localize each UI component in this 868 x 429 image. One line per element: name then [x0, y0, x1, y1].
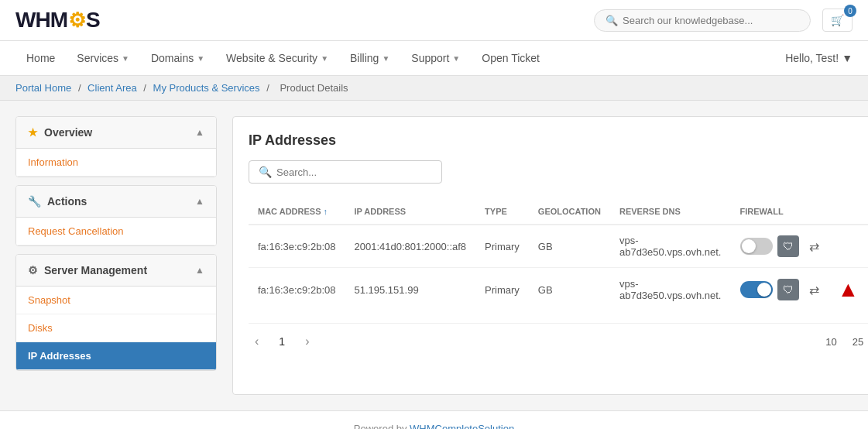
- website-security-caret: ▼: [321, 54, 328, 63]
- sidebar-server-mgmt-title: Server Management: [44, 264, 147, 276]
- top-right-area: 🔍 🛒 0: [594, 9, 853, 32]
- table-row: fa:16:3e:c9:2b:08 2001:41d0:801:2000::af…: [249, 225, 868, 268]
- table-header-row: MAC ADDRESS ↑ IP ADDRESS TYPE GEOLOCATIO…: [249, 199, 868, 225]
- shield-button-1[interactable]: 🛡: [777, 235, 799, 257]
- cell-type-2: Primary: [475, 268, 529, 312]
- cell-mac-2: fa:16:3e:c9:2b:08: [249, 268, 345, 312]
- cart-button[interactable]: 🛒 0: [822, 9, 853, 32]
- cell-ip-2: 51.195.151.99: [345, 268, 475, 312]
- sidebar-section-actions: 🔧 Actions ▲ Request Cancellation: [15, 185, 217, 246]
- domains-caret: ▼: [197, 54, 204, 63]
- per-page-10[interactable]: 10: [821, 334, 841, 350]
- main-content: ★ Overview ▲ Information 🔧 Actions ▲ Req…: [0, 101, 868, 410]
- cell-mac-1: fa:16:3e:c9:2b:08: [249, 225, 345, 268]
- cell-firewall-1: 🛡 ⇄: [731, 225, 869, 268]
- reverse-dns-button-2[interactable]: ⇄: [804, 279, 825, 300]
- sidebar-item-snapshot[interactable]: Snapshot: [16, 287, 216, 314]
- nav-domains[interactable]: Domains ▼: [140, 41, 215, 75]
- breadcrumb-client-area[interactable]: Client Area: [87, 82, 137, 94]
- cell-firewall-2: 🛡 ⇄ ▲: [731, 268, 869, 312]
- cell-ip-1: 2001:41d0:801:2000::af8: [345, 225, 475, 268]
- user-caret: ▼: [842, 52, 853, 64]
- sidebar-section-overview: ★ Overview ▲ Information: [15, 116, 217, 177]
- sidebar-actions-header[interactable]: 🔧 Actions ▲: [16, 186, 216, 218]
- logo-text: WHM⚙S: [15, 8, 100, 33]
- sidebar-actions-title: Actions: [47, 195, 87, 208]
- search-filter-area: 🔍: [249, 160, 868, 184]
- sidebar-item-ip-addresses[interactable]: IP Addresses: [16, 342, 216, 370]
- main-panel: IP Addresses 🔍 MAC ADDRESS ↑ IP ADDRESS …: [232, 116, 868, 395]
- logo-gear-icon: ⚙: [68, 9, 85, 32]
- cell-type-1: Primary: [475, 225, 529, 268]
- search-icon: 🔍: [606, 15, 618, 26]
- page-controls: ‹ 1 ›: [249, 331, 315, 352]
- per-page-selector: 10 25: [821, 334, 868, 350]
- breadcrumb-product-details: Product Details: [280, 82, 348, 94]
- star-icon: ★: [28, 126, 38, 139]
- nav-open-ticket[interactable]: Open Ticket: [471, 41, 551, 75]
- nav-billing[interactable]: Billing ▼: [339, 41, 400, 75]
- col-reverse-dns: REVERSE DNS: [610, 199, 731, 225]
- current-page: 1: [273, 332, 291, 351]
- cell-geo-2: GB: [529, 268, 610, 312]
- knowledge-search-input[interactable]: [623, 15, 799, 26]
- firewall-toggle-1[interactable]: [740, 238, 773, 255]
- mac-sort-icon: ↑: [324, 207, 328, 216]
- nav-services[interactable]: Services ▼: [66, 41, 140, 75]
- red-arrow-icon: ▲: [838, 277, 859, 302]
- nav-support[interactable]: Support ▼: [400, 41, 471, 75]
- reverse-dns-button-1[interactable]: ⇄: [804, 235, 825, 257]
- col-type: TYPE: [475, 199, 529, 225]
- breadcrumb-sep-1: /: [78, 82, 84, 94]
- logo: WHM⚙S: [15, 8, 100, 33]
- nav-website-security[interactable]: Website & Security ▼: [215, 41, 339, 75]
- firewall-toggle-2[interactable]: [740, 281, 773, 298]
- sidebar-item-disks[interactable]: Disks: [16, 314, 216, 342]
- per-page-25[interactable]: 25: [848, 334, 868, 350]
- sidebar-server-mgmt-header[interactable]: ⚙ Server Management ▲: [16, 255, 216, 287]
- cart-icon: 🛒: [831, 14, 844, 26]
- ip-search-box[interactable]: 🔍: [249, 160, 442, 184]
- sidebar-section-server-management: ⚙ Server Management ▲ Snapshot Disks IP …: [15, 254, 217, 371]
- overview-chevron: ▲: [195, 127, 204, 138]
- server-gear-icon: ⚙: [28, 264, 38, 276]
- footer-link[interactable]: WHMCompleteSolution: [410, 423, 514, 429]
- cart-badge: 0: [844, 5, 856, 17]
- breadcrumb-portal-home[interactable]: Portal Home: [15, 82, 71, 94]
- col-geolocation: GEOLOCATION: [529, 199, 610, 225]
- nav-menu: Home Services ▼ Domains ▼ Website & Secu…: [0, 41, 868, 76]
- next-page-button[interactable]: ›: [299, 331, 315, 352]
- ip-search-input[interactable]: [276, 166, 432, 178]
- toggle-circle-2: [757, 283, 771, 297]
- sidebar: ★ Overview ▲ Information 🔧 Actions ▲ Req…: [15, 116, 217, 395]
- breadcrumb-sep-3: /: [266, 82, 272, 94]
- knowledge-search-box[interactable]: 🔍: [594, 9, 811, 32]
- actions-chevron: ▲: [195, 196, 204, 207]
- breadcrumb: Portal Home / Client Area / My Products …: [0, 76, 868, 101]
- col-firewall: FIREWALL: [731, 199, 869, 225]
- user-greeting[interactable]: Hello, Test! ▼: [785, 52, 853, 64]
- ip-search-icon: 🔍: [259, 166, 272, 178]
- col-ip-address: IP ADDRESS: [345, 199, 475, 225]
- action-group-2: 🛡 ⇄ ▲: [740, 277, 859, 302]
- cell-rdns-2: vps-ab7d3e50.vps.ovh.net.: [610, 268, 731, 312]
- cell-rdns-1: vps-ab7d3e50.vps.ovh.net.: [610, 225, 731, 268]
- toggle-circle-1: [742, 239, 756, 253]
- top-bar: WHM⚙S 🔍 🛒 0: [0, 0, 868, 41]
- support-caret: ▼: [452, 54, 460, 63]
- table-row: fa:16:3e:c9:2b:08 51.195.151.99 Primary …: [249, 268, 868, 312]
- sidebar-item-information[interactable]: Information: [16, 149, 216, 177]
- shield-button-2[interactable]: 🛡: [777, 279, 799, 300]
- cell-geo-1: GB: [529, 225, 610, 268]
- sidebar-item-request-cancellation[interactable]: Request Cancellation: [16, 218, 216, 245]
- sidebar-overview-header[interactable]: ★ Overview ▲: [16, 117, 216, 149]
- server-mgmt-chevron: ▲: [195, 265, 204, 276]
- footer: Powered by WHMCompleteSolution: [0, 410, 868, 429]
- prev-page-button[interactable]: ‹: [249, 331, 265, 352]
- nav-left: Home Services ▼ Domains ▼ Website & Secu…: [15, 41, 551, 75]
- breadcrumb-my-products[interactable]: My Products & Services: [153, 82, 260, 94]
- ip-addresses-table: MAC ADDRESS ↑ IP ADDRESS TYPE GEOLOCATIO…: [249, 199, 868, 311]
- col-mac-address: MAC ADDRESS ↑: [249, 199, 345, 225]
- page-title: IP Addresses: [249, 132, 868, 149]
- nav-home[interactable]: Home: [15, 41, 66, 75]
